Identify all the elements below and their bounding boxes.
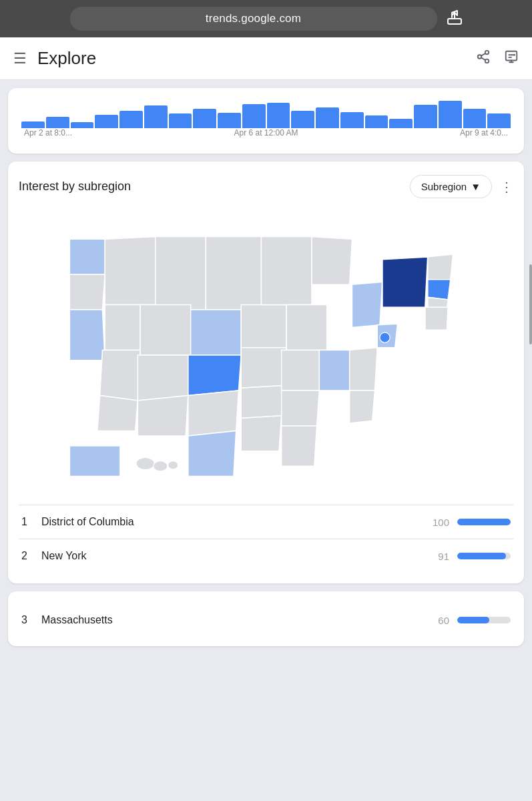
rank-bar-fill-2 bbox=[457, 553, 506, 559]
rank-name-1[interactable]: District of Columbia bbox=[41, 516, 433, 528]
subregion-dropdown[interactable]: Subregion ▼ bbox=[410, 175, 492, 198]
header-left: ☰ Explore bbox=[13, 48, 96, 69]
timeline-label-1: Apr 2 at 8:0... bbox=[24, 128, 72, 138]
state-wyoming bbox=[140, 305, 191, 356]
dropdown-label: Subregion bbox=[421, 181, 467, 192]
state-oregon bbox=[69, 274, 105, 310]
state-massachusetts bbox=[427, 280, 450, 300]
chart-bar bbox=[144, 105, 168, 128]
subregion-title: Interest by subregion bbox=[19, 180, 131, 194]
chart-bar bbox=[414, 105, 437, 128]
feedback-icon[interactable] bbox=[504, 49, 519, 68]
svg-rect-0 bbox=[448, 19, 461, 24]
chart-bar bbox=[487, 113, 511, 128]
state-idaho bbox=[105, 305, 140, 350]
rank-number-3: 3 bbox=[21, 614, 41, 626]
chart-bar bbox=[193, 109, 216, 128]
state-arkansas bbox=[241, 385, 284, 418]
ranking-item-1: 1 District of Columbia 100 bbox=[19, 505, 513, 539]
state-washington bbox=[69, 239, 105, 274]
chart-bar bbox=[242, 104, 266, 128]
state-kentucky-tn bbox=[281, 350, 321, 390]
state-mn-ia bbox=[206, 237, 261, 310]
state-maine bbox=[427, 254, 453, 280]
bottom-card: 3 Massachusetts 60 bbox=[8, 591, 524, 646]
state-new-york bbox=[382, 257, 427, 308]
svg-point-12 bbox=[513, 53, 515, 55]
scrollbar-track[interactable] bbox=[529, 35, 532, 801]
state-hawaii-2 bbox=[153, 461, 167, 471]
us-map-container bbox=[19, 209, 513, 491]
browser-share-button[interactable] bbox=[447, 9, 463, 29]
state-alabama-ms bbox=[281, 390, 319, 426]
chart-bar bbox=[463, 109, 487, 128]
state-california-south bbox=[97, 396, 137, 431]
state-montana bbox=[105, 237, 156, 305]
chart-bar bbox=[340, 112, 364, 128]
subregion-controls: Subregion ▼ ⋮ bbox=[410, 175, 513, 198]
state-dc bbox=[379, 332, 389, 342]
chevron-down-icon: ▼ bbox=[471, 181, 481, 192]
chart-bar bbox=[71, 122, 94, 128]
state-michigan-lower bbox=[311, 237, 351, 285]
state-louisiana bbox=[241, 416, 281, 451]
state-virginia-nc bbox=[319, 350, 352, 390]
chart-bar bbox=[365, 115, 388, 128]
chart-bar bbox=[439, 101, 462, 128]
more-options-icon[interactable]: ⋮ bbox=[500, 179, 513, 195]
chart-bar bbox=[169, 113, 192, 128]
browser-chrome: trends.google.com bbox=[0, 0, 532, 37]
scrollbar-thumb[interactable] bbox=[529, 264, 532, 344]
state-nj bbox=[425, 307, 447, 330]
state-indiana-ohio bbox=[286, 305, 326, 350]
menu-icon[interactable]: ☰ bbox=[13, 50, 27, 67]
chart-bar bbox=[291, 111, 314, 128]
state-utah bbox=[138, 355, 190, 400]
state-illinois bbox=[241, 305, 286, 348]
state-nd-sd bbox=[155, 237, 206, 310]
page-content: ☰ Explore bbox=[0, 37, 532, 801]
state-sc-ga bbox=[349, 390, 374, 423]
chart-bar bbox=[218, 113, 241, 128]
subregion-header: Interest by subregion Subregion ▼ ⋮ bbox=[19, 175, 513, 198]
share-icon[interactable] bbox=[476, 49, 491, 68]
state-kansas bbox=[188, 355, 240, 395]
rank-bar-fill-3 bbox=[457, 617, 489, 623]
page-title: Explore bbox=[37, 48, 96, 69]
rank-number-1: 1 bbox=[21, 516, 41, 528]
header-right bbox=[476, 49, 519, 68]
state-oklahoma bbox=[188, 390, 238, 436]
chart-bar bbox=[119, 111, 143, 128]
rank-bar-container-2 bbox=[457, 553, 511, 559]
rank-value-3: 60 bbox=[438, 615, 449, 626]
timeline-chart-card: Apr 2 at 8:0... Apr 6 at 12:00 AM Apr 9 … bbox=[8, 88, 524, 154]
state-alaska bbox=[69, 446, 120, 476]
rank-bar-fill-1 bbox=[457, 519, 511, 525]
state-california bbox=[69, 310, 105, 360]
rank-name-3[interactable]: Massachusetts bbox=[41, 614, 438, 626]
subregion-card: Interest by subregion Subregion ▼ ⋮ bbox=[8, 162, 524, 583]
mini-chart bbox=[19, 96, 513, 128]
state-pennsylvania bbox=[352, 282, 382, 328]
rank-value-2: 91 bbox=[438, 551, 449, 562]
state-arizona bbox=[138, 396, 188, 436]
state-virginia-east bbox=[349, 348, 377, 390]
url-text: trends.google.com bbox=[206, 12, 301, 25]
rank-name-2[interactable]: New York bbox=[41, 550, 438, 562]
timeline-label-2: Apr 6 at 12:00 AM bbox=[234, 128, 298, 138]
state-nebraska bbox=[190, 310, 241, 355]
rank-number-2: 2 bbox=[21, 550, 41, 562]
url-bar[interactable]: trends.google.com bbox=[70, 7, 437, 31]
chart-bar bbox=[95, 115, 118, 128]
state-florida bbox=[281, 426, 316, 466]
chart-bar bbox=[316, 107, 339, 128]
state-texas bbox=[188, 431, 236, 476]
state-hawaii bbox=[136, 457, 154, 469]
svg-rect-7 bbox=[506, 51, 517, 60]
svg-line-6 bbox=[481, 53, 485, 55]
rank-bar-container-3 bbox=[457, 617, 511, 623]
state-hawaii-3 bbox=[168, 461, 178, 469]
rank-bar-container-1 bbox=[457, 519, 511, 525]
app-header: ☰ Explore bbox=[0, 37, 532, 80]
state-wi-mi-upper bbox=[261, 237, 312, 305]
